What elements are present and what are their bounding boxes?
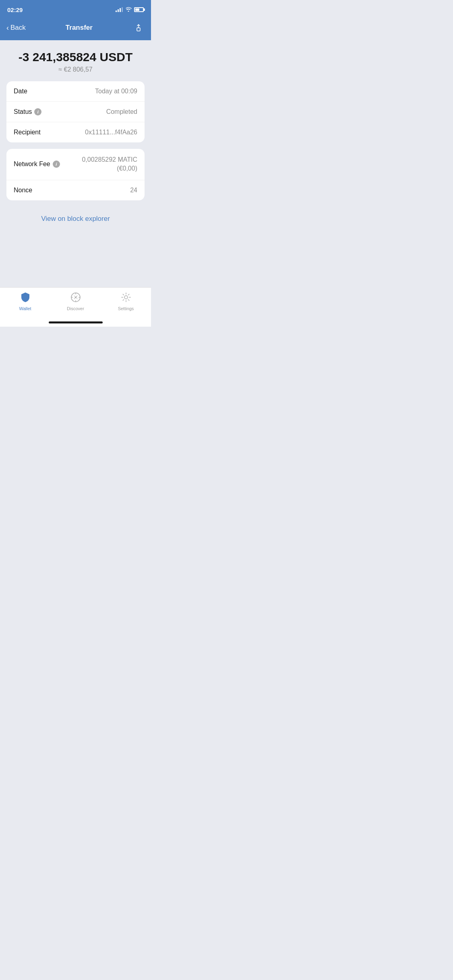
back-button[interactable]: ‹ Back [6, 24, 26, 32]
svg-rect-0 [137, 28, 140, 31]
back-label: Back [10, 24, 26, 32]
date-value: Today at 00:09 [95, 88, 137, 95]
tab-wallet-label: Wallet [19, 306, 31, 311]
tab-settings-label: Settings [118, 306, 134, 311]
status-icons [116, 6, 144, 13]
nonce-value: 24 [130, 187, 137, 194]
network-fee-label: Network Fee i [14, 161, 60, 168]
discover-compass-icon [70, 292, 81, 305]
details-card: Date Today at 00:09 Status i Completed R… [6, 81, 145, 142]
share-button[interactable] [132, 22, 145, 34]
nonce-row: Nonce 24 [6, 180, 145, 200]
home-bar [49, 321, 103, 323]
battery-icon [134, 7, 144, 12]
fee-card: Network Fee i 0,00285292 MATIC(€0,00) No… [6, 149, 145, 200]
back-chevron-icon: ‹ [6, 24, 9, 32]
svg-point-3 [124, 296, 128, 299]
amount-sub: ≈ €2 806,57 [6, 66, 145, 73]
amount-main: -3 241,385824 USDT [6, 50, 145, 64]
network-fee-info-icon[interactable]: i [53, 161, 60, 168]
recipient-label: Recipient [14, 129, 41, 136]
tab-settings[interactable]: Settings [101, 292, 151, 311]
date-label: Date [14, 88, 27, 95]
amount-section: -3 241,385824 USDT ≈ €2 806,57 [6, 50, 145, 73]
status-row: Status i Completed [6, 102, 145, 122]
status-info-icon[interactable]: i [34, 108, 41, 115]
tab-discover[interactable]: Discover [50, 292, 101, 311]
tab-wallet[interactable]: Wallet [0, 292, 50, 311]
wifi-icon [125, 6, 132, 13]
status-label: Status i [14, 108, 41, 115]
main-content: -3 241,385824 USDT ≈ €2 806,57 Date Toda… [0, 40, 151, 287]
network-fee-row: Network Fee i 0,00285292 MATIC(€0,00) [6, 149, 145, 180]
nav-bar: ‹ Back Transfer [0, 18, 151, 40]
date-row: Date Today at 00:09 [6, 81, 145, 102]
nav-title: Transfer [66, 24, 93, 32]
tab-discover-label: Discover [67, 306, 84, 311]
tab-bar: Wallet Discover Settings [0, 287, 151, 319]
status-value: Completed [106, 108, 137, 115]
wallet-shield-icon [20, 292, 31, 305]
recipient-value: 0x11111...f4fAa26 [85, 129, 137, 136]
network-fee-value: 0,00285292 MATIC(€0,00) [82, 155, 137, 173]
signal-bars-icon [116, 7, 123, 12]
nonce-label: Nonce [14, 187, 32, 194]
home-indicator [0, 319, 151, 327]
settings-gear-icon [120, 292, 132, 305]
explorer-link[interactable]: View on block explorer [6, 207, 145, 231]
status-time: 02:29 [7, 6, 23, 13]
recipient-row: Recipient 0x11111...f4fAa26 [6, 122, 145, 142]
status-bar: 02:29 [0, 0, 151, 18]
